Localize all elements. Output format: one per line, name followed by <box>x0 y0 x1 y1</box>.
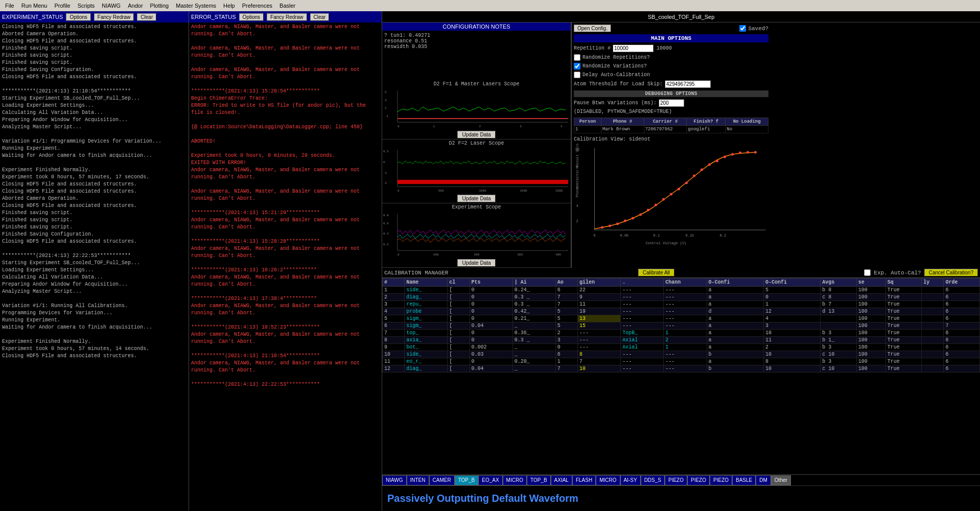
tab-top_b-3[interactable]: TOP_B <box>455 475 479 485</box>
exp-autocal-checkbox[interactable] <box>864 269 871 276</box>
table-cell: 1 <box>383 287 405 294</box>
table-row: 2diag_[00.3 _79------a0c 8100True6 <box>383 294 980 301</box>
table-cell: Axial <box>621 337 664 344</box>
update-d2f1-btn[interactable]: Update Data <box>457 131 495 138</box>
th-se: se <box>856 278 885 287</box>
plot-d2f2-canvas: 0.5 0 -1 -2 0 500 1000 1500 2000 <box>382 147 571 195</box>
menu-preferences[interactable]: Preferences <box>239 2 275 10</box>
cancel-cal-btn[interactable]: Cancel Calibration? <box>924 269 978 276</box>
tab-camer-2[interactable]: CAMER <box>429 475 455 485</box>
svg-text:400: 400 <box>555 253 561 257</box>
tab-eo_ax-4[interactable]: EO_AX <box>478 475 502 485</box>
table-cell: True <box>885 344 922 351</box>
menu-plotting[interactable]: Plotting <box>147 2 172 10</box>
menu-file[interactable]: File <box>2 2 17 10</box>
error-options-btn[interactable]: Options <box>239 13 264 21</box>
menu-run[interactable]: Run Menu <box>18 2 51 10</box>
table-cell: a <box>707 337 763 344</box>
experiment-options-btn[interactable]: Options <box>66 13 90 21</box>
plots-and-cal: CONFIGURATION NOTES ? tun1: 0.49271 reso… <box>382 22 980 474</box>
menu-help[interactable]: Help <box>220 2 238 10</box>
randomize-reps-checkbox[interactable] <box>574 54 580 61</box>
menu-niawg[interactable]: NIAWG <box>99 2 124 10</box>
table-cell <box>922 301 944 308</box>
menu-basler[interactable]: Basler <box>276 2 298 10</box>
log-entry: Experiment took 0 hours, 57 minutes, 14 … <box>2 345 186 353</box>
menu-andor[interactable]: Andor <box>125 2 146 10</box>
table-cell <box>922 294 944 301</box>
tab-piezo-13[interactable]: PIEZO <box>687 475 710 485</box>
cal-table-header: CALIBRATION MANAGER Calibrate All Exp. A… <box>382 268 980 278</box>
tab-niawg-0[interactable]: NIAWG <box>382 475 407 485</box>
table-cell: --- <box>621 294 664 301</box>
log-entry: Andor camera, NIAWG, Master, and Basler … <box>191 274 380 288</box>
td-phone: 7206797962 <box>644 126 687 133</box>
svg-point-59 <box>678 188 680 191</box>
log-entry <box>191 202 380 210</box>
table-cell: probe <box>405 308 448 315</box>
log-entry <box>2 295 186 303</box>
delay-autocal-checkbox[interactable] <box>574 72 580 78</box>
atom-threshold-input[interactable] <box>665 80 711 88</box>
svg-text:0.2: 0.2 <box>720 234 727 238</box>
tab-piezo-12[interactable]: PIEZO <box>665 475 687 485</box>
repetition-input[interactable] <box>613 44 654 52</box>
tab-piezo-14[interactable]: PIEZO <box>710 475 732 485</box>
menu-master[interactable]: Master Systems <box>173 2 219 10</box>
log-entry: Andor camera, NIAWG, Master, and Basler … <box>191 24 380 38</box>
tab-top_b-6[interactable]: TOP_B <box>527 475 551 485</box>
tab-ai-sy-10[interactable]: AI-SY <box>620 475 641 485</box>
log-entry: ***********(2021:4:13) 15:20:54*********… <box>191 88 380 95</box>
experiment-fancy-btn[interactable]: Fancy Redraw <box>94 13 134 21</box>
bottom-wave: Passively Outputting Default Waveform <box>382 485 980 511</box>
log-entry: Finished saving script. <box>2 52 186 59</box>
table-cell: 100 <box>856 351 885 358</box>
menu-scripts[interactable]: Scripts <box>75 2 98 10</box>
randomize-vars-checkbox[interactable] <box>574 63 580 69</box>
error-fancy-btn[interactable]: Fancy Redraw <box>267 13 307 21</box>
table-cell: --- <box>621 351 664 358</box>
tab-micro-9[interactable]: MICRO <box>596 475 620 485</box>
th-sq: Sq <box>885 278 922 287</box>
log-entry: Experiment Finished Normally. <box>2 167 186 174</box>
tab-dm-16[interactable]: DM <box>756 475 771 485</box>
tab-inten-1[interactable]: INTEN <box>407 475 429 485</box>
table-cell: 0 <box>470 308 512 315</box>
svg-text:1000: 1000 <box>479 189 486 192</box>
experiment-clear-btn[interactable]: Clear <box>137 13 156 21</box>
tab-dds_s-11[interactable]: DDS_S <box>641 475 665 485</box>
table-cell: --- <box>578 344 621 351</box>
saved-checkbox[interactable] <box>739 25 746 32</box>
calibrate-all-btn[interactable]: Calibrate All <box>638 269 674 276</box>
table-cell: --- <box>664 287 707 294</box>
update-d2f2-btn[interactable]: Update Data <box>457 195 495 202</box>
randomize-vars-row: Randomize Variations? <box>574 63 768 69</box>
table-cell: 7 <box>383 330 405 337</box>
table-cell: diag_ <box>405 294 448 301</box>
menu-profile[interactable]: Profile <box>52 2 74 10</box>
table-row: 3repu_[00.3 _711------a1b 7100True6 <box>383 301 980 308</box>
pause-btwn-input[interactable] <box>659 99 684 107</box>
update-exp-btn[interactable]: Update Data <box>457 259 495 267</box>
tab-axial-7[interactable]: AXIAL <box>551 475 572 485</box>
table-cell: 0.002 <box>470 344 512 351</box>
tab-basle-15[interactable]: BASLE <box>732 475 756 485</box>
tab-flash-8[interactable]: FLASH <box>572 475 596 485</box>
tab-micro-5[interactable]: MICRO <box>503 475 527 485</box>
table-cell: 100 <box>856 344 885 351</box>
table-cell: a <box>707 358 763 365</box>
log-entry <box>191 59 380 66</box>
table-cell: c 10 <box>821 351 857 358</box>
error-clear-btn[interactable]: Clear <box>310 13 330 21</box>
calibration-table: # Name cl Pts | Ai Ao gilen . Chann O-Co… <box>382 278 980 373</box>
tab-other-17[interactable]: Other <box>771 475 791 485</box>
th-phone: Phone # <box>601 118 644 126</box>
main-options-title: MAIN OPTIONS <box>574 34 768 42</box>
log-entry: Closing HDF5 File and associated structu… <box>2 74 186 81</box>
plot-exp-canvas: 0.8 0.6 0.4 0.2 0 100 200 300 400 <box>382 211 571 259</box>
table-cell: 5 <box>383 315 405 322</box>
table-cell: 0 <box>470 337 512 344</box>
table-cell: _ <box>512 365 555 373</box>
log-entry: Closing HDF5 File and associated structu… <box>2 181 186 188</box>
open-config-btn[interactable]: Open Config. <box>574 25 611 32</box>
